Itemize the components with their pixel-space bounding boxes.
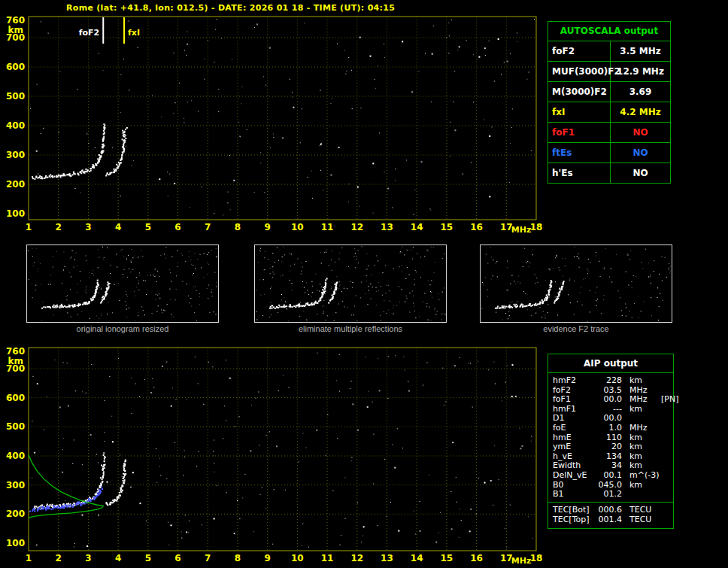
axis-labels: 100200300400500600700760km12345678910111… — [6, 15, 542, 235]
svg-text:MHz: MHz — [511, 225, 532, 235]
param-unit: km — [622, 442, 657, 452]
svg-text:500: 500 — [6, 421, 25, 432]
param-label: TEC[Top] — [553, 515, 595, 524]
param-unit — [657, 505, 673, 515]
ionogram-profile-chart: 100200300400500600700760km12345678910111… — [0, 342, 544, 568]
svg-text:16: 16 — [470, 553, 483, 563]
param-unit — [657, 376, 673, 386]
svg-text:MHz: MHz — [511, 556, 532, 566]
background-noise — [481, 247, 671, 322]
background-noise — [28, 247, 217, 322]
autoscala-output-title: AUTOSCALA output — [548, 22, 670, 41]
param-label: DelN_vE — [553, 471, 595, 481]
aip-output-table: AIP output hmF2228kmfoF203.5MHzfoF100.0M… — [548, 354, 674, 529]
svg-text:1: 1 — [26, 222, 32, 232]
param-unit: TECU — [622, 515, 657, 524]
aip-row-tecbot: TEC[Bot]000.6TECU — [553, 505, 673, 515]
panel-original-ionogram — [26, 245, 219, 323]
svg-text:4: 4 — [115, 222, 121, 232]
svg-text:15: 15 — [441, 553, 453, 563]
param-label: h'Es — [548, 163, 611, 183]
autoscala-row-ftes: ftEsNO — [548, 143, 670, 163]
svg-text:500: 500 — [6, 91, 25, 102]
F2-trace-x-mode — [105, 460, 126, 506]
panel-border — [27, 245, 219, 323]
param-label: foE — [553, 424, 595, 433]
svg-text:600: 600 — [6, 62, 25, 72]
svg-text:200: 200 — [6, 509, 25, 519]
svg-text:7: 7 — [205, 222, 211, 232]
ionogram-main-chart: foF2fxI100200300400500600700760km1234567… — [0, 11, 544, 236]
aip-row-foe: foE1.0MHz — [553, 424, 673, 433]
svg-text:12: 12 — [350, 222, 363, 232]
mini-trace-x — [100, 281, 110, 303]
param-label: ymE — [553, 442, 595, 452]
param-label: TEC[Bot] — [553, 505, 595, 515]
svg-text:10: 10 — [291, 553, 304, 563]
plot-border — [29, 348, 536, 551]
svg-text:foF2: foF2 — [79, 28, 100, 38]
svg-text:6: 6 — [174, 222, 180, 232]
svg-text:100: 100 — [6, 208, 25, 219]
svg-text:100: 100 — [6, 538, 25, 548]
svg-text:9: 9 — [264, 222, 270, 232]
param-unit: km — [622, 481, 657, 491]
param-label: hmF2 — [553, 376, 595, 386]
panel-border — [255, 245, 447, 323]
svg-text:760: 760 — [6, 346, 25, 357]
svg-text:11: 11 — [321, 222, 334, 232]
svg-text:2: 2 — [56, 222, 62, 232]
param-value: NO — [611, 123, 670, 142]
param-unit: TECU — [622, 505, 657, 515]
autoscala-row-fof1: foF1NO — [548, 123, 670, 143]
svg-text:3: 3 — [85, 222, 91, 232]
param-unit — [657, 481, 673, 491]
param-value: 4.2 MHz — [611, 102, 670, 122]
param-label: M(3000)F2 — [548, 82, 611, 102]
background-noise — [32, 353, 533, 548]
param-unit — [657, 405, 673, 415]
param-unit — [657, 515, 673, 524]
aip-row-tectop: TEC[Top]001.4TECU — [553, 515, 673, 524]
param-unit — [657, 424, 673, 433]
autoscala-output-table: AUTOSCALA output foF23.5 MHzMUF(3000)F21… — [548, 21, 671, 184]
aip-row-hmf2: hmF2228km — [553, 376, 673, 386]
svg-text:15: 15 — [441, 222, 453, 232]
mini-trace-x — [554, 281, 564, 303]
panel-evidence-f2-trace — [480, 245, 672, 323]
param-label: ftEs — [548, 143, 611, 163]
aip-row-b1: B101.2 — [553, 490, 673, 500]
svg-text:4: 4 — [115, 553, 121, 563]
param-value: 01.2 — [595, 490, 622, 500]
param-value: 3.5 MHz — [611, 41, 670, 61]
svg-text:300: 300 — [6, 480, 25, 491]
svg-text:fxI: fxI — [128, 28, 140, 38]
svg-text:5: 5 — [145, 222, 151, 232]
aip-row-yme: ymE20km — [553, 442, 673, 452]
panel-border — [481, 245, 672, 323]
mini-trace-o — [495, 280, 552, 309]
aip-output-title: AIP output — [548, 354, 673, 373]
aip-row-delnve: DelN_vE00.1m^(-3) — [553, 471, 673, 481]
svg-text:13: 13 — [381, 222, 393, 232]
panel-eliminate-reflections — [254, 245, 447, 323]
param-value: 1.0 — [595, 424, 622, 433]
param-unit: km — [622, 376, 657, 386]
svg-text:8: 8 — [235, 553, 241, 563]
autoscala-output-rows: foF23.5 MHzMUF(3000)F212.9 MHzM(3000)F23… — [548, 41, 670, 183]
param-unit — [657, 490, 673, 500]
param-label: fxI — [548, 102, 611, 122]
param-value: 00.0 — [595, 395, 622, 405]
autoscala-row-fof2: foF23.5 MHz — [548, 41, 670, 62]
param-unit — [657, 433, 673, 443]
param-value: 000.6 — [595, 505, 622, 515]
svg-text:18: 18 — [530, 222, 543, 232]
svg-text:8: 8 — [235, 222, 241, 232]
svg-text:760: 760 — [6, 15, 25, 26]
autoscala-row-fxi: fxI4.2 MHz — [548, 102, 670, 123]
param-value: 3.69 — [611, 82, 670, 102]
svg-text:13: 13 — [381, 553, 393, 563]
F2-trace-x-mode — [105, 127, 128, 177]
svg-text:9: 9 — [264, 553, 270, 563]
autoscala-row-hes: h'EsNO — [548, 163, 670, 183]
